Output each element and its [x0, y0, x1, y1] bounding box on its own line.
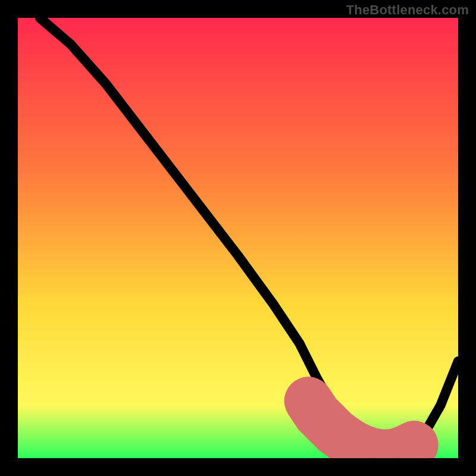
- optimal-dot: [312, 408, 323, 419]
- optimal-dot: [320, 417, 331, 428]
- chart-stage: TheBottleneck.com: [0, 0, 476, 476]
- watermark-text: TheBottleneck.com: [346, 2, 469, 18]
- optimal-dots-layer: [18, 18, 458, 458]
- optimal-dot: [408, 439, 419, 450]
- plot-area: [18, 18, 458, 458]
- optimal-dot: [303, 395, 314, 406]
